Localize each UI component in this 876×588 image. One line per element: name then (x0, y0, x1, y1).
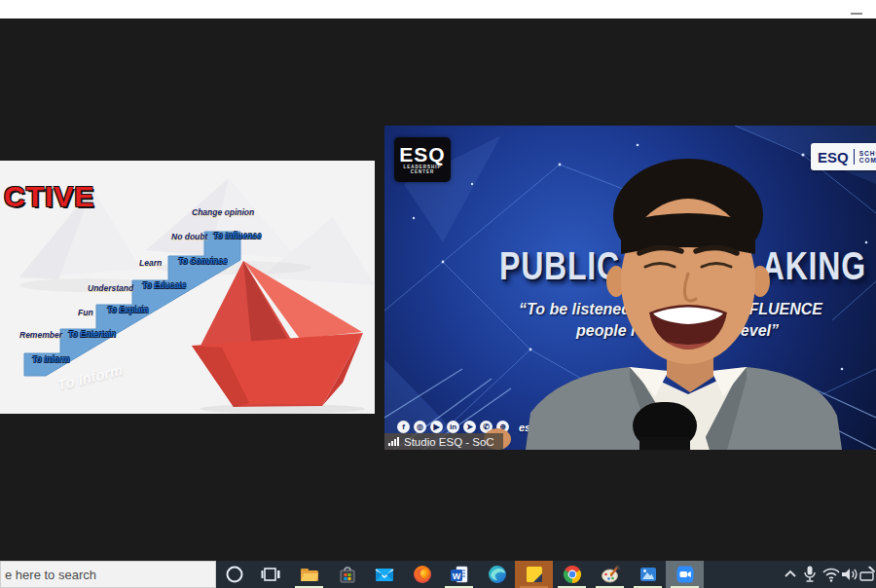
step-to-entertain: To Entertain (68, 329, 116, 339)
photos-icon (637, 563, 660, 586)
tray-volume[interactable] (839, 564, 858, 585)
signal-bars-icon (388, 437, 399, 446)
tray-microphone[interactable] (800, 564, 820, 585)
step-to-convince: To Convince (178, 256, 227, 266)
tray-pen-tablet[interactable] (858, 564, 876, 585)
window-titlebar (0, 0, 876, 18)
outcome-change-opinion: Change opinion (192, 207, 254, 217)
taskbar-item-mail[interactable] (365, 561, 403, 588)
taskbar-item-photos[interactable] (629, 561, 667, 588)
chrome-icon (561, 563, 584, 586)
file-explorer-icon (298, 563, 321, 586)
outcome-no-doubt: No doubt (171, 232, 207, 241)
outcome-remember: Remember (19, 330, 62, 340)
zoom-icon (674, 563, 697, 586)
outcome-understand: Understand (88, 283, 133, 293)
step-to-educate: To Educate (142, 280, 186, 290)
svg-text:W: W (452, 571, 460, 581)
pen-tablet-icon (858, 565, 876, 584)
step-to-explain: To Explain (107, 305, 148, 314)
search-text: e here to search (5, 568, 96, 582)
taskbar-item-microsoft-store[interactable] (328, 561, 366, 588)
mail-icon (373, 563, 396, 586)
tray-hidden-icons-chevron[interactable] (781, 564, 800, 585)
chevron-up-icon (782, 566, 799, 583)
desktop-screen: CTIVE To Inform To Entertain To Explain … (0, 0, 876, 588)
taskbar-item-cortana[interactable] (215, 561, 253, 588)
participant-name-badge: Studio ESQ - SoC (384, 433, 503, 450)
minimize-icon[interactable] (851, 13, 862, 15)
cortana-icon (224, 564, 245, 585)
taskbar-item-firefox[interactable] (403, 561, 441, 588)
participant-name: Studio ESQ - SoC (404, 436, 494, 448)
sticky-notes-icon (523, 563, 546, 586)
tray-wifi[interactable] (821, 564, 840, 585)
slide-title-objective: CTIVE (4, 180, 94, 213)
taskbar-item-chrome[interactable] (553, 561, 591, 588)
taskbar-item-paint[interactable] (591, 561, 629, 588)
search-input[interactable]: e here to search (0, 561, 216, 588)
edge-icon (486, 563, 509, 586)
speaker-video-tile[interactable]: PUBLIC AKING “To be listened o INFLUENCE… (384, 126, 876, 450)
taskbar-item-zoom-active[interactable] (666, 561, 704, 588)
speaker-person (384, 126, 876, 450)
task-view-icon (261, 564, 282, 585)
wifi-icon (821, 565, 840, 584)
taskbar-item-file-explorer[interactable] (290, 561, 328, 588)
taskbar-item-edge[interactable] (478, 561, 516, 588)
windows-taskbar: e here to search (0, 561, 876, 588)
word-icon: W (448, 563, 471, 586)
taskbar-item-sticky-notes-active[interactable] (515, 561, 553, 588)
taskbar-item-word[interactable]: W (440, 561, 478, 588)
paint-icon (599, 563, 622, 586)
step-to-influence: To Influence (213, 231, 261, 240)
microsoft-store-icon (336, 563, 359, 586)
microphone-icon (800, 564, 820, 585)
taskbar-item-task-view[interactable] (252, 561, 290, 588)
step-to-inform: To Inform (32, 354, 70, 364)
firefox-icon (411, 563, 434, 586)
outcome-learn: Learn (139, 258, 162, 268)
outcome-fun: Fun (78, 308, 93, 317)
speaker-icon (839, 565, 858, 584)
shared-slide-video-tile[interactable]: CTIVE To Inform To Entertain To Explain … (0, 161, 375, 414)
